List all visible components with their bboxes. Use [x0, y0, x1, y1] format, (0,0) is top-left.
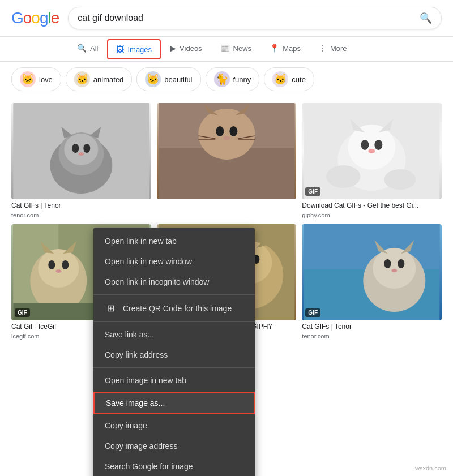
grid-item-r2c3[interactable]: GIF Cat GIFs | Tenor tenor.com	[302, 224, 442, 340]
svg-point-28	[375, 140, 383, 150]
more-icon: ⋮	[319, 44, 327, 53]
svg-point-24	[348, 125, 396, 170]
svg-point-16	[223, 136, 230, 140]
filter-chips: 🐱 love 🐱 animated 🐱 beautiful 🐈 funny 🐱 …	[0, 62, 453, 97]
svg-point-11	[198, 109, 255, 160]
chip-animated[interactable]: 🐱 animated	[66, 67, 132, 91]
svg-point-8	[78, 152, 84, 156]
ctx-sep-2	[93, 321, 255, 322]
img-title-r1c1: Cat GIFs | Tenor	[11, 201, 151, 209]
grid-item-r1c3[interactable]: GIF Download Cat GIFs - Get the best Gi.…	[302, 103, 442, 218]
ctx-copy-link[interactable]: Copy link address	[93, 345, 255, 365]
news-icon: 📰	[220, 44, 230, 53]
grid-item-r1c2[interactable]	[157, 103, 297, 218]
chip-love[interactable]: 🐱 love	[11, 67, 61, 91]
svg-point-38	[48, 260, 55, 269]
ctx-copy-image-addr[interactable]: Copy image address	[93, 436, 255, 456]
cat-image-r1c1	[11, 103, 151, 199]
svg-point-53	[373, 248, 416, 289]
gif-badge-r2c1: GIF	[15, 308, 30, 317]
chip-thumb-funny: 🐈	[214, 71, 230, 87]
svg-point-40	[55, 269, 61, 273]
image-r1c1[interactable]	[11, 103, 151, 199]
grid-item-r1c1[interactable]: Cat GIFs | Tenor tenor.com	[11, 103, 151, 218]
gif-badge-r2c3: GIF	[305, 308, 320, 317]
svg-point-3	[64, 134, 98, 165]
search-input[interactable]	[78, 13, 414, 23]
tab-all[interactable]: 🔍 All	[68, 37, 107, 61]
img-source-r1c1: tenor.com	[11, 212, 151, 218]
tab-news[interactable]: 📰 News	[211, 37, 261, 61]
ctx-create-qr[interactable]: ⊞ Create QR Code for this image	[93, 297, 255, 319]
svg-point-15	[229, 126, 237, 136]
svg-point-14	[216, 126, 224, 136]
ctx-copy-image[interactable]: Copy image	[93, 415, 255, 436]
svg-point-56	[384, 259, 391, 268]
cat-image-r2c3	[302, 224, 442, 320]
google-logo: Google	[11, 9, 59, 27]
image-r1c2[interactable]	[157, 103, 297, 199]
svg-point-31	[384, 169, 416, 190]
ctx-sep-3	[93, 367, 255, 368]
chip-beautiful[interactable]: 🐱 beautiful	[136, 67, 200, 91]
ctx-open-image-tab[interactable]: Open image in new tab	[93, 370, 255, 391]
tab-images[interactable]: 🖼 Images	[107, 39, 161, 59]
ctx-save-link[interactable]: Save link as...	[93, 324, 255, 345]
chip-thumb-love: 🐱	[20, 71, 36, 87]
svg-point-7	[83, 144, 90, 153]
cat-image-r1c3	[302, 103, 442, 199]
chip-funny[interactable]: 🐈 funny	[206, 67, 260, 91]
img-title-r2c3: Cat GIFs | Tenor	[302, 323, 442, 331]
qr-icon: ⊞	[105, 303, 116, 314]
tab-videos[interactable]: ▶ Videos	[161, 37, 211, 61]
tab-maps[interactable]: 📍 Maps	[260, 37, 310, 61]
ctx-save-image[interactable]: Save image as...	[93, 392, 255, 414]
svg-point-30	[327, 165, 361, 188]
svg-point-35	[38, 249, 79, 288]
img-title-r1c3: Download Cat GIFs - Get the best Gi...	[302, 201, 442, 209]
svg-point-39	[62, 260, 69, 269]
nav-tabs: 🔍 All 🖼 Images ▶ Videos 📰 News 📍 Maps ⋮ …	[0, 37, 453, 62]
context-menu: Open link in new tab Open link in new wi…	[93, 228, 255, 476]
img-source-r2c3: tenor.com	[302, 333, 442, 340]
chip-thumb-beautiful: 🐱	[145, 71, 161, 87]
search-bar[interactable]: 🔍	[68, 7, 442, 29]
img-source-r1c3: giphy.com	[302, 212, 442, 218]
watermark: wsxdn.com	[415, 465, 446, 471]
chip-thumb-animated: 🐱	[74, 71, 90, 87]
maps-icon: 📍	[270, 44, 279, 53]
header: Google 🔍	[0, 0, 453, 37]
svg-point-57	[398, 259, 405, 268]
all-icon: 🔍	[77, 44, 87, 53]
ctx-search-google[interactable]: Search Google for image	[93, 456, 255, 476]
cat-image-r1c2	[157, 103, 297, 199]
image-grid: Cat GIFs | Tenor tenor.com	[0, 97, 453, 345]
gif-badge-r1c3: GIF	[305, 187, 320, 196]
svg-point-58	[392, 269, 398, 272]
svg-point-6	[72, 144, 79, 153]
search-icon: 🔍	[420, 12, 432, 24]
ctx-open-incognito[interactable]: Open link in incognito window	[93, 272, 255, 292]
chip-cute[interactable]: 🐱 cute	[264, 67, 314, 91]
ctx-open-new-window[interactable]: Open link in new window	[93, 251, 255, 272]
ctx-sep-1	[93, 294, 255, 295]
svg-point-27	[361, 140, 369, 150]
image-r1c3[interactable]: GIF	[302, 103, 442, 199]
svg-point-29	[369, 149, 375, 153]
tab-more[interactable]: ⋮ More	[310, 37, 356, 61]
ctx-open-new-tab[interactable]: Open link in new tab	[93, 231, 255, 251]
images-icon: 🖼	[116, 45, 124, 54]
chip-thumb-cute: 🐱	[272, 71, 288, 87]
videos-icon: ▶	[170, 44, 176, 53]
image-r2c3[interactable]: GIF	[302, 224, 442, 320]
